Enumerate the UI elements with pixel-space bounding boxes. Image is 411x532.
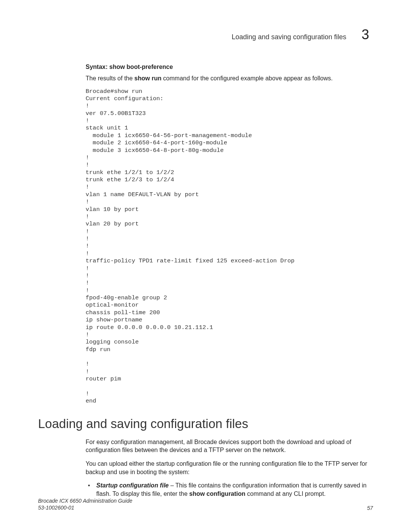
intro-bold-command: show run [134, 75, 161, 81]
footer-guide-title: Brocade ICX 6650 Administration Guide [38, 497, 132, 504]
intro-after: command for the configured example above… [161, 75, 333, 81]
body-content: Syntax: show boot-preference The results… [86, 64, 373, 498]
section-paragraph-2: You can upload either the startup config… [86, 460, 373, 476]
footer-page-number: 57 [367, 505, 373, 511]
section-heading: Loading and saving configuration files [38, 417, 373, 431]
bullet-tail-text: command at any CLI prompt. [245, 490, 326, 497]
intro-before: The results of the [86, 75, 134, 81]
bullet-bold-command: show configuration [189, 490, 245, 497]
bullet-list: Startup configuration file – This file c… [86, 481, 373, 498]
bullet-item-startup-config: Startup configuration file – This file c… [96, 481, 373, 498]
section-paragraph-1: For easy configuration management, all B… [86, 438, 373, 454]
page-footer: Brocade ICX 6650 Administration Guide 53… [38, 497, 373, 511]
running-header-chapter-number: 3 [362, 27, 369, 43]
intro-paragraph: The results of the show run command for … [86, 74, 373, 83]
page: Loading and saving configuration files 3… [0, 0, 411, 532]
footer-left: Brocade ICX 6650 Administration Guide 53… [38, 497, 132, 511]
running-header: Loading and saving configuration files 3 [38, 27, 373, 43]
bullet-lead-term: Startup configuration file [96, 482, 169, 489]
running-header-title: Loading and saving configuration files [232, 33, 346, 41]
footer-doc-number: 53-1002600-01 [38, 504, 132, 511]
syntax-line: Syntax: show boot-preference [86, 64, 373, 70]
show-run-output: Brocade#show run Current configuration: … [86, 88, 373, 405]
